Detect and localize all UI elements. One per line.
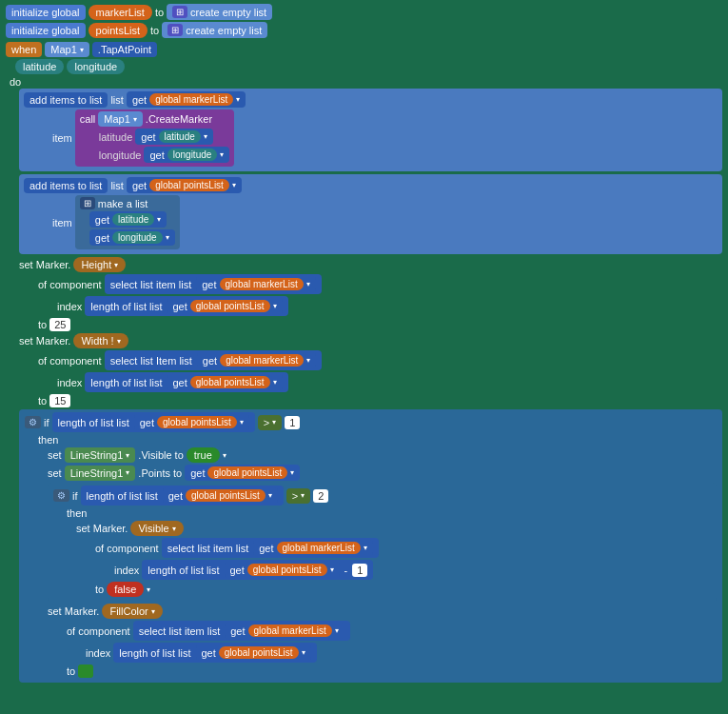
select-label1: select list item list <box>110 279 192 290</box>
map1-dropdown2[interactable]: Map1 ▾ <box>98 111 143 127</box>
latitude-input-label: latitude <box>99 131 132 143</box>
do-label-row: do <box>10 76 722 88</box>
ls1-arrow1: ▾ <box>126 451 129 460</box>
length-of-list-width: length of list list get global pointsLis… <box>85 372 287 392</box>
of-component-label2: of component <box>38 355 102 367</box>
greater-than-1: > ▾ <box>258 415 282 430</box>
arrow1: ▾ <box>236 95 240 104</box>
to-pts: to <box>173 467 182 479</box>
add-items-label1: add items to list <box>24 92 108 108</box>
to-vis2: to <box>95 584 104 595</box>
get-global-pointslist-w: get global pointsList ▾ <box>167 374 283 390</box>
vis-arrow: ▾ <box>172 525 176 533</box>
pointslist-pts: global pointsList <box>207 466 287 479</box>
gt-label2: > <box>292 490 298 502</box>
list-icon1: ⊞ <box>172 6 187 18</box>
markerlist-pill-h: global markerList <box>220 278 304 290</box>
gear-if1: ⚙ <box>25 416 41 428</box>
map1-arrow: ▾ <box>80 46 84 54</box>
minus-val: 1 <box>352 564 367 577</box>
get-global-markerlist-width: get global markerList ▾ <box>197 352 316 368</box>
set-height-to-row: to 25 <box>38 318 722 331</box>
get-lng2: get <box>95 232 109 244</box>
if-block-1: ⚙ if length of list list get global poin… <box>19 409 722 683</box>
get-label1: get <box>132 94 147 106</box>
map1-dropdown[interactable]: Map1 ▾ <box>45 42 89 57</box>
select-label4: select list item list <box>139 625 221 637</box>
params-row: latitude longitude <box>15 59 722 74</box>
pts-arr: ▾ <box>290 468 294 477</box>
to-h-label: to <box>38 319 47 330</box>
ml-arr-vis: ▾ <box>364 544 367 552</box>
val-1-1: 1 <box>285 416 300 429</box>
height-label: Height <box>81 259 111 270</box>
visible-label: Visible <box>138 523 168 534</box>
width-label: Width ! <box>81 335 113 347</box>
length-of-list-if1: length of list list get global pointsLis… <box>52 412 255 432</box>
true-value: true <box>187 447 220 463</box>
latitude-input-row: latitude get latitude ▾ <box>99 129 230 145</box>
set-visible-nested-row1: set Marker. Visible ▾ <box>76 521 711 536</box>
longitude-input-label: longitude <box>99 149 142 161</box>
pointslist-if1: global pointsList <box>157 416 237 428</box>
call-createmarker-block: call Map1 ▾ .CreateMarker latitude get <box>75 109 235 167</box>
ml-arr-h: ▾ <box>306 280 310 288</box>
length-minus-block: length of list list get global pointsLis… <box>142 560 373 580</box>
ml-arr-fc: ▾ <box>335 626 339 635</box>
get-global-pointslist-pts: get global pointsList ▾ <box>185 465 300 481</box>
height-dropdown[interactable]: Height ▾ <box>73 257 126 272</box>
width-dropdown[interactable]: Width ! ▾ <box>73 333 128 348</box>
get-global-pointslist-if1: get global pointsList ▾ <box>134 414 249 430</box>
of-component-label4: of component <box>67 625 130 637</box>
get-global-markerlist-height: get global markerList ▾ <box>196 276 315 292</box>
get-latitude-block: get latitude ▾ <box>135 129 213 145</box>
index-label2: index <box>57 377 82 388</box>
height-value: 25 <box>49 318 70 331</box>
pointslist-if2: global pointsList <box>186 489 266 502</box>
lng-arrow: ▾ <box>220 150 224 159</box>
do-label: do <box>10 76 21 88</box>
false-value: false <box>107 582 144 597</box>
fillcolor-dropdown[interactable]: FillColor ▾ <box>102 604 162 619</box>
gt-arrow2: ▾ <box>301 491 305 500</box>
pl-arr-fc: ▾ <box>302 648 305 657</box>
linestring1-dropdown2[interactable]: LineString1 ▾ <box>65 466 136 481</box>
pl-arr-w: ▾ <box>273 378 277 387</box>
ls1-arrow2: ▾ <box>126 468 129 477</box>
pif1-arr: ▾ <box>240 418 244 426</box>
init-markerlist-row: initialize global markerList to ⊞ create… <box>6 4 722 20</box>
call-row: call Map1 ▾ .CreateMarker <box>80 111 230 127</box>
set-marker-width-block: set Marker. Width ! ▾ of component selec… <box>19 333 722 407</box>
init-global-label1: initialize global <box>6 5 86 20</box>
item-label2: item <box>52 217 72 228</box>
get-lat-label: get <box>141 131 155 143</box>
gt-arrow1: ▾ <box>272 418 276 426</box>
make-a-list-block: ⊞ make a list get latitude ▾ <box>75 195 180 249</box>
pointslist-pill-fc: global pointsList <box>219 646 299 659</box>
set-width-of-component-row: of component select list Item list get g… <box>38 350 722 370</box>
map1-label2: Map1 <box>104 113 130 125</box>
then-label1: then <box>38 434 717 446</box>
fc-arrow: ▾ <box>151 607 155 616</box>
if-label2: if <box>72 490 78 502</box>
create-empty-list1: ⊞ create empty list <box>167 4 272 20</box>
pl-arr-h: ▾ <box>273 302 277 310</box>
get-global-pointslist-vis: get global pointsList ▾ <box>225 562 340 578</box>
then-block1: then set LineString1 ▾ .Visible to true … <box>38 434 717 678</box>
add-items-markerlist-block: add items to list list get global marker… <box>19 89 722 171</box>
get-global-markerlist-vis: get global markerList ▾ <box>253 540 372 556</box>
global-markerlist-pill1: global markerList <box>149 93 233 106</box>
lat-pill2: latitude <box>112 213 154 226</box>
create-empty-list-label2: create empty list <box>186 25 262 36</box>
visible-dropdown[interactable]: Visible ▾ <box>130 521 183 536</box>
longitude-param: longitude <box>67 59 125 74</box>
get-lat-block2: get latitude ▾ <box>89 211 167 228</box>
true-arrow: ▾ <box>223 451 226 460</box>
set-width-row1: set Marker. Width ! ▾ <box>19 333 722 348</box>
pif2-arr: ▾ <box>268 491 272 500</box>
select-list-item-width: select list Item list get global markerL… <box>105 350 323 370</box>
createmarker-label: .CreateMarker <box>146 113 212 125</box>
linestring1-dropdown1[interactable]: LineString1 ▾ <box>65 447 136 463</box>
lng-pill2: longitude <box>112 231 163 244</box>
width-arrow: ▾ <box>117 337 121 346</box>
